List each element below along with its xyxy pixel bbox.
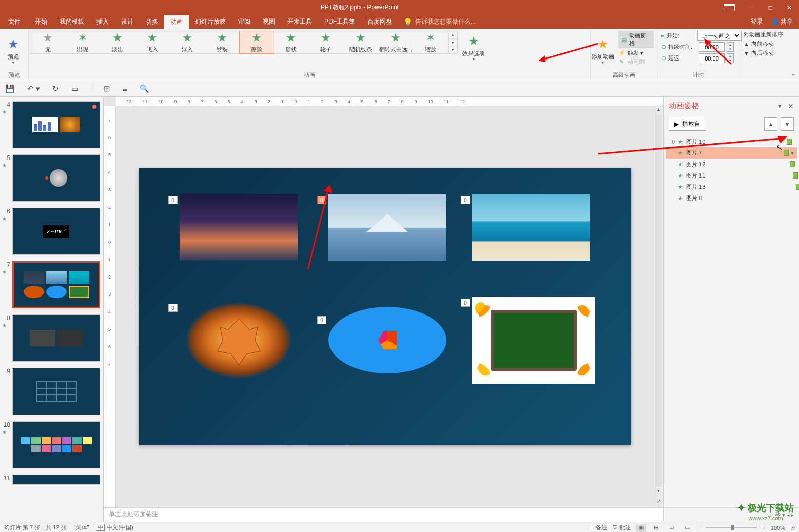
reading-view-icon[interactable]: ▭ [667,524,677,532]
anim-order-tag[interactable]: 0 [168,196,178,204]
trigger-button[interactable]: ⚡触发 ▾ [618,49,654,57]
zoom-out-button[interactable]: − [697,525,700,531]
tab-my-templates[interactable]: 我的模板 [53,15,90,29]
ribbon-display-options-icon[interactable] [724,4,735,11]
slide-thumbnail-4[interactable] [12,101,100,148]
maximize-button[interactable]: □ [764,2,777,13]
login-button[interactable]: 登录 [751,17,763,26]
anim-order-tag[interactable]: 0 [317,316,326,324]
start-from-beginning-button[interactable]: ▭ [71,84,79,93]
anim-fade[interactable]: ★淡出 [100,31,135,53]
slide-thumbnail-7[interactable] [12,261,100,308]
qat-align-button[interactable]: ≡ [123,85,127,93]
play-from-button[interactable]: ▶播放自 [669,117,706,131]
share-button[interactable]: 👤 共享 [771,17,793,26]
anim-list-item[interactable]: ★图片 11 [666,170,797,181]
slide-thumbnails-pane[interactable]: 4★ 5★ 6★ ε=mc² 7★ 8★ 9 10★ 11 [0,97,104,522]
chevron-down-icon[interactable]: ▼ [790,150,795,156]
undo-button[interactable]: ↶ ▾ [27,84,40,93]
zoom-level[interactable]: 100% [771,525,785,531]
sorter-view-icon[interactable]: ⊞ [651,524,661,532]
start-select[interactable]: 上一动画之后 [697,31,742,41]
save-button[interactable]: 💾 [5,84,15,93]
collapse-ribbon-icon[interactable]: ⌃ [791,73,796,80]
anim-order-tag[interactable]: 0 [461,299,470,307]
notes-toggle[interactable]: ≐ 备注 [590,524,607,531]
duration-input[interactable] [699,42,725,52]
notes-pane[interactable]: 单击此处添加备注 [104,507,663,522]
anim-randombars[interactable]: ★随机线条 [343,31,378,53]
animation-list[interactable]: 0★图片 10 ★图片 7▼ ★图片 12 ★图片 11 ★图片 13 ★图片 … [664,135,799,507]
image-city-night[interactable] [180,194,298,261]
add-animation-button[interactable]: ★ 添加动画 ▾ [591,29,615,70]
anim-grow-turn[interactable]: ★翻转式由远... [378,31,413,53]
image-office-logo[interactable] [328,307,446,373]
tab-animations[interactable]: 动画 [164,15,189,29]
anim-list-item[interactable]: ★图片 7▼ [666,147,797,159]
slide-thumbnail-9[interactable] [12,368,100,415]
gallery-scroll[interactable]: ▴▾▾ [448,31,457,53]
slide-canvas[interactable]: 0 0 0 0 0 [139,168,631,445]
anim-zoom[interactable]: ✶缩放 [413,31,448,53]
delay-spinner[interactable]: ▴▾ [727,53,734,63]
move-down-button[interactable]: ▼ [781,117,794,131]
image-beach[interactable] [472,194,590,261]
tab-baidu[interactable]: 百度网盘 [361,15,398,29]
effect-options-button[interactable]: ★ 效果选项 ▾ [459,31,489,62]
zoom-slider[interactable] [706,527,757,528]
anim-list-item[interactable]: ★图片 8 [666,192,797,204]
image-leaf[interactable] [185,302,293,379]
anim-list-item[interactable]: 0★图片 10 [666,136,797,147]
tab-file[interactable]: 文件 [0,15,29,29]
comments-toggle[interactable]: 🗩 批注 [612,524,631,531]
slide-thumbnail-10[interactable] [12,421,100,468]
lang-indicator[interactable]: 中中文(中国) [96,524,133,531]
slide-thumbnail-6[interactable]: ε=mc² [12,208,100,255]
redo-button[interactable]: ↻ [52,84,59,93]
zoom-in-button[interactable]: + [762,525,765,531]
tab-pdf-tools[interactable]: PDF工具集 [318,15,361,29]
animation-pane-toggle[interactable]: ▤动画窗格 [618,31,654,48]
anim-pane-options-icon[interactable]: ▾ [778,103,782,109]
tab-slideshow[interactable]: 幻灯片放映 [189,15,232,29]
anim-list-item[interactable]: ★图片 13 [666,181,797,192]
anim-wheel[interactable]: ★轮子 [308,31,343,53]
normal-view-icon[interactable]: ▣ [636,524,646,532]
tab-insert[interactable]: 插入 [90,15,115,29]
tell-me-input[interactable]: 告诉我您想要做什么... [415,17,476,26]
tab-transitions[interactable]: 切换 [140,15,164,29]
anim-flyin[interactable]: ★飞入 [135,31,170,53]
slide-counter[interactable]: 幻灯片 第 7 张，共 12 张 [4,524,67,531]
image-mountain[interactable] [328,194,446,261]
animation-painter-button[interactable]: ✎动画刷 [618,58,654,66]
tab-design[interactable]: 设计 [115,15,140,29]
minimize-button[interactable]: — [743,2,759,13]
fit-to-window-button[interactable]: ⊡ [790,524,795,531]
duration-spinner[interactable]: ▴▾ [727,42,734,52]
anim-shape[interactable]: ★形状 [274,31,308,53]
editor-vertical-scrollbar[interactable]: ▴ ▾ ⤢ [654,106,663,507]
delay-input[interactable] [699,53,725,63]
anim-float[interactable]: ★浮入 [170,31,205,53]
anim-none[interactable]: ★无 [30,31,65,53]
tab-dev-tools[interactable]: 开发工具 [281,15,318,29]
move-earlier-button[interactable]: ▲向前移动 [744,40,783,48]
tab-review[interactable]: 审阅 [232,15,257,29]
qat-textbox-button[interactable]: 🔍 [140,84,149,93]
tab-view[interactable]: 视图 [257,15,281,29]
move-up-button[interactable]: ▲ [764,117,777,131]
slide-thumbnail-11[interactable] [12,475,100,485]
anim-order-tag[interactable]: 0 [461,196,470,204]
anim-split[interactable]: ★劈裂 [205,31,240,53]
anim-order-tag[interactable]: 0 [168,304,178,312]
anim-list-item[interactable]: ★图片 12 [666,159,797,170]
preview-button[interactable]: ★ 预览 ▾ [0,29,27,70]
image-board-frame[interactable] [472,297,595,384]
anim-order-tag[interactable]: 0 [317,196,326,204]
anim-wipe[interactable]: ★擦除 [239,31,274,54]
slideshow-view-icon[interactable]: ▭ [682,524,692,532]
animation-gallery[interactable]: ★无 ✶出现 ★淡出 ★飞入 ★浮入 ★劈裂 ★擦除 ★形状 ★轮子 ★随机线条… [30,31,458,54]
close-button[interactable]: ✕ [782,2,797,13]
slide-thumbnail-8[interactable] [12,314,100,362]
anim-pane-close-icon[interactable]: ✕ [788,102,794,110]
